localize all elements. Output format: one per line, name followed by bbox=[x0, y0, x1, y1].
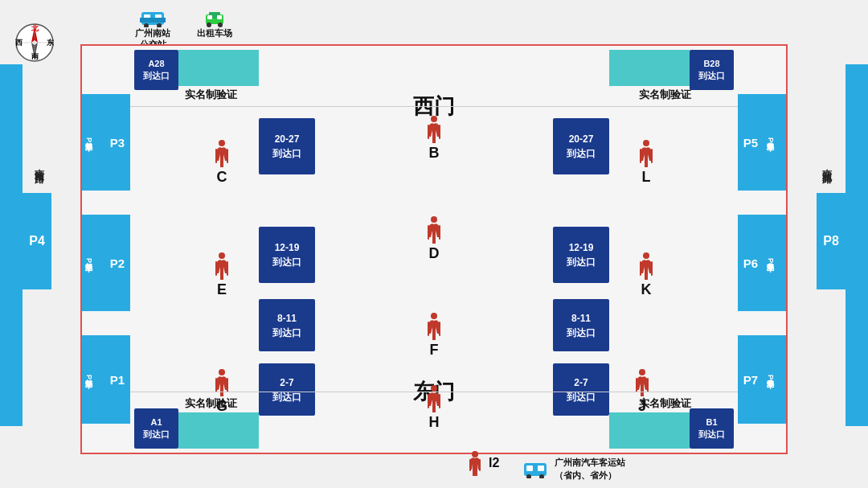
svg-rect-37 bbox=[227, 378, 228, 392]
legend-bus-label: 广州南汽车客运站（省内、省外） bbox=[555, 457, 625, 482]
gate-d: D bbox=[423, 215, 445, 262]
p4-box: P4 bbox=[23, 193, 51, 289]
gate-j-label: J bbox=[638, 398, 646, 415]
top-cyan-right bbox=[609, 50, 690, 86]
top-cyan-left bbox=[178, 50, 259, 86]
road-left-label: 南站南路 bbox=[32, 161, 48, 167]
divider-top bbox=[130, 106, 738, 107]
gate-f: F bbox=[423, 311, 445, 359]
verify-top-left: 实名制验证 bbox=[185, 88, 237, 102]
svg-rect-31 bbox=[227, 149, 228, 163]
gate-c-label: C bbox=[217, 169, 227, 186]
svg-rect-18 bbox=[428, 125, 429, 139]
divider-bottom bbox=[130, 392, 738, 392]
p5-group: 地下停车场P6 P5 bbox=[738, 94, 786, 191]
svg-rect-15 bbox=[207, 15, 212, 19]
svg-rect-19 bbox=[439, 125, 440, 139]
svg-point-47 bbox=[472, 451, 478, 457]
svg-rect-52 bbox=[538, 465, 544, 471]
p6-underground: 地下停车场P6 bbox=[764, 215, 786, 311]
b28-arrival-box: B28到达口 bbox=[690, 50, 734, 90]
taxi-label: 出租车场 bbox=[197, 27, 232, 39]
p5-label: P5 bbox=[738, 94, 764, 191]
p6-label: P6 bbox=[738, 215, 764, 311]
p3-underground: 地下停车场P2 bbox=[82, 94, 104, 191]
gate-f-label: F bbox=[430, 342, 439, 359]
b1-arrival-box: B1到达口 bbox=[690, 408, 734, 449]
svg-rect-24 bbox=[428, 322, 429, 336]
p2-label: P2 bbox=[104, 215, 130, 311]
road-right-label: 南站北路 bbox=[820, 161, 836, 167]
gate-d-label: D bbox=[429, 245, 440, 262]
arrival-12-19-left: 12-19到达口 bbox=[259, 227, 315, 283]
p1-underground: 地下停车场P2 bbox=[82, 335, 104, 424]
arrival-2-7-left: 2-7到达口 bbox=[259, 363, 315, 416]
svg-point-44 bbox=[639, 369, 645, 375]
p1-group: 地下停车场P2 P1 bbox=[82, 335, 130, 424]
svg-rect-27 bbox=[428, 394, 429, 408]
i2-label: I2 bbox=[489, 456, 499, 470]
svg-rect-21 bbox=[428, 225, 429, 240]
arrival-8-11-left: 8-11到达口 bbox=[259, 299, 315, 351]
svg-rect-46 bbox=[647, 378, 649, 392]
svg-point-38 bbox=[643, 140, 649, 146]
gate-b: B bbox=[423, 114, 445, 162]
svg-rect-34 bbox=[227, 261, 228, 276]
svg-point-41 bbox=[643, 252, 649, 259]
p2-group: 地下停车场P2 P2 bbox=[82, 215, 130, 311]
svg-rect-42 bbox=[640, 261, 641, 276]
p3-group: 地下停车场P2 P3 bbox=[82, 94, 130, 191]
bottom-cyan-right bbox=[609, 412, 690, 449]
gate-c: C bbox=[211, 138, 233, 186]
gate-k: K bbox=[635, 251, 657, 298]
p7-label: P7 bbox=[738, 335, 764, 424]
svg-rect-43 bbox=[651, 261, 653, 276]
gate-l: L bbox=[635, 138, 657, 186]
compass-west: 西 bbox=[15, 38, 23, 48]
p5-underground: 地下停车场P6 bbox=[764, 94, 786, 191]
p6-group: 地下停车场P6 P6 bbox=[738, 215, 786, 311]
gate-h: H bbox=[423, 383, 445, 431]
gate-g-label: G bbox=[216, 398, 227, 415]
svg-rect-48 bbox=[469, 459, 471, 471]
svg-point-29 bbox=[219, 140, 225, 146]
legend-i2-area: I2 bbox=[466, 450, 499, 476]
compass-north: 北 bbox=[31, 23, 39, 34]
taxi-icon-area: 出租车场 bbox=[197, 10, 232, 39]
gate-k-label: K bbox=[641, 281, 652, 298]
p2-underground: 地下停车场P2 bbox=[82, 215, 104, 311]
main-map: 地下停车场P2 P3 地下停车场P2 P2 地下停车场P2 P1 地下停车场P6… bbox=[80, 44, 788, 454]
svg-point-32 bbox=[219, 252, 225, 259]
gate-b-label: B bbox=[429, 145, 440, 162]
arrival-2-7-right: 2-7到达口 bbox=[553, 363, 609, 416]
svg-point-26 bbox=[431, 385, 437, 392]
svg-rect-36 bbox=[215, 378, 217, 392]
p7-group: 地下停车场P6 P7 bbox=[738, 335, 786, 424]
verify-top-right: 实名制验证 bbox=[639, 88, 691, 102]
svg-rect-51 bbox=[526, 465, 533, 471]
arrival-8-11-right: 8-11到达口 bbox=[553, 299, 609, 351]
gate-l-label: L bbox=[642, 169, 651, 186]
outer-left-col bbox=[0, 64, 23, 426]
svg-rect-28 bbox=[439, 394, 440, 408]
compass-south: 南 bbox=[31, 51, 39, 62]
svg-rect-22 bbox=[439, 225, 440, 240]
p1-label: P1 bbox=[104, 335, 130, 424]
arrival-20-27-left: 20-27到达口 bbox=[259, 118, 315, 174]
a1-arrival-box: A1到达口 bbox=[134, 408, 178, 449]
compass-east: 东 bbox=[47, 38, 54, 48]
svg-rect-16 bbox=[217, 15, 222, 19]
svg-rect-8 bbox=[140, 18, 166, 23]
p8-box: P8 bbox=[817, 193, 845, 289]
a28-arrival-box: A28到达口 bbox=[134, 50, 178, 90]
gate-e-label: E bbox=[217, 281, 227, 298]
svg-point-20 bbox=[431, 216, 437, 223]
svg-rect-30 bbox=[215, 149, 217, 163]
arrival-12-19-right: 12-19到达口 bbox=[553, 227, 609, 283]
svg-point-35 bbox=[219, 369, 225, 375]
legend-bus-area: 广州南汽车客运站（省内、省外） bbox=[522, 457, 625, 482]
svg-rect-49 bbox=[479, 459, 481, 471]
svg-rect-39 bbox=[640, 149, 641, 163]
arrival-20-27-right: 20-27到达口 bbox=[553, 118, 609, 174]
gate-e: E bbox=[211, 251, 233, 298]
